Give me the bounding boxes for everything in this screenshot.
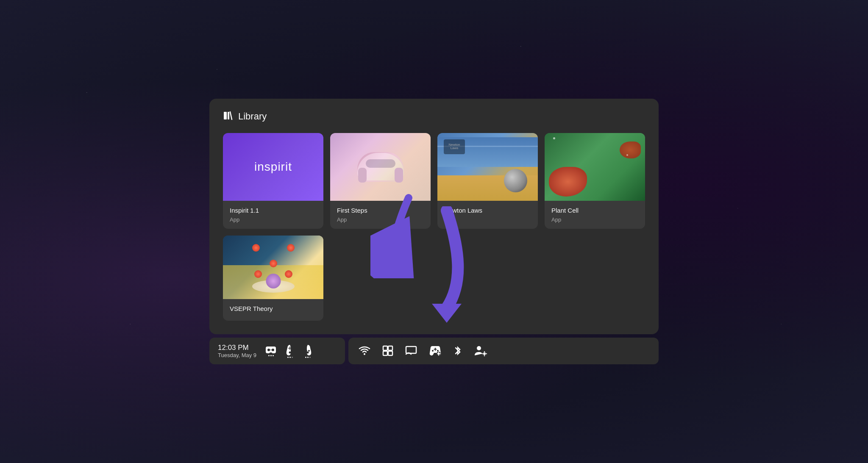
dot3	[273, 355, 274, 356]
app-card-plantcell[interactable]: Plant Cell App	[545, 133, 645, 229]
svg-point-12	[308, 350, 310, 352]
app-type-inspirit: App	[230, 216, 317, 223]
bottom-area: 12:03 PM Tuesday, May 9	[209, 338, 659, 364]
svg-rect-18	[388, 351, 392, 355]
app-thumbnail-plantcell	[545, 133, 645, 201]
time-section: 12:03 PM Tuesday, May 9	[218, 344, 256, 358]
dot2	[270, 355, 272, 356]
dot1	[287, 357, 289, 358]
app-info-newtonlaws: Newton Laws App	[437, 201, 538, 229]
app-name-firststeps: First Steps	[337, 207, 424, 214]
svg-rect-17	[383, 351, 387, 355]
wifi-icon[interactable]	[359, 346, 370, 355]
date-display: Tuesday, May 9	[218, 352, 256, 358]
svg-rect-29	[440, 353, 441, 354]
svg-point-22	[432, 350, 434, 352]
app-name-newtonlaws: Newton Laws	[444, 207, 531, 214]
app-card-inspirit[interactable]: inspirit Inspirit 1.1 App	[223, 133, 323, 229]
dot3	[292, 357, 293, 358]
svg-point-30	[477, 346, 481, 350]
app-thumbnail-newtonlaws: NewtonLaws	[437, 133, 538, 201]
inspirit-logo-text: inspirit	[254, 160, 292, 174]
app-thumbnail-firststeps	[330, 133, 431, 201]
svg-rect-1	[228, 112, 229, 119]
main-container: Library inspirit Inspirit 1.1 App	[209, 99, 659, 364]
bottom-area-wrapper: 12:03 PM Tuesday, May 9	[209, 338, 659, 364]
app-card-firststeps[interactable]: First Steps App	[330, 133, 431, 229]
app-name-plantcell: Plant Cell	[551, 207, 638, 214]
controller-left-dots	[287, 357, 293, 358]
app-thumbnail-inspirit: inspirit	[223, 133, 323, 201]
app-info-plantcell: Plant Cell App	[545, 201, 645, 229]
grid-icon[interactable]	[382, 345, 393, 356]
empty-cell-2	[437, 236, 538, 321]
svg-point-23	[437, 350, 439, 352]
empty-cell-3	[545, 236, 645, 321]
svg-rect-19	[406, 347, 416, 353]
dot2	[307, 357, 309, 358]
svg-rect-16	[388, 346, 392, 350]
empty-cell-1	[330, 236, 431, 321]
app-thumbnail-vsepr	[223, 236, 323, 299]
app-type-firststeps: App	[337, 216, 424, 223]
controller-right-icon	[303, 344, 312, 358]
app-type-newtonlaws: App	[444, 216, 531, 223]
svg-point-14	[364, 353, 365, 355]
svg-point-13	[307, 351, 309, 353]
library-icon	[223, 111, 233, 123]
svg-point-6	[272, 349, 274, 351]
svg-rect-26	[438, 352, 439, 353]
svg-rect-36	[486, 353, 487, 354]
app-info-inspirit: Inspirit 1.1 App	[223, 201, 323, 229]
svg-point-11	[306, 350, 307, 352]
app-info-firststeps: First Steps App	[330, 201, 431, 229]
svg-rect-34	[484, 355, 485, 357]
taskbar	[348, 338, 659, 364]
app-name-inspirit: Inspirit 1.1	[230, 207, 317, 214]
cast-icon[interactable]	[405, 346, 417, 356]
svg-rect-0	[224, 112, 227, 119]
time-display: 12:03 PM	[218, 344, 256, 352]
library-title: Library	[238, 111, 267, 122]
vr-headset-icon	[265, 346, 277, 356]
svg-rect-33	[484, 351, 485, 352]
controller-right-dots	[305, 357, 311, 358]
controller-settings-icon[interactable]	[429, 345, 442, 356]
svg-point-32	[483, 352, 486, 355]
bluetooth-icon[interactable]	[453, 345, 462, 357]
apps-grid-row2: VSEPR Theory	[223, 236, 645, 321]
dot1	[305, 357, 306, 358]
svg-rect-35	[482, 353, 483, 354]
svg-rect-28	[437, 353, 438, 354]
dot1	[268, 355, 270, 356]
dot2	[289, 357, 291, 358]
library-header: Library	[223, 111, 645, 123]
svg-point-5	[267, 349, 270, 351]
library-panel: Library inspirit Inspirit 1.1 App	[209, 99, 659, 334]
app-card-newtonlaws[interactable]: NewtonLaws Newton Laws App	[437, 133, 538, 229]
svg-point-10	[289, 351, 291, 353]
app-card-vsepr[interactable]: VSEPR Theory	[223, 236, 323, 321]
app-info-vsepr: VSEPR Theory	[223, 299, 323, 321]
controller-left-icon	[285, 344, 295, 358]
headset-battery-dots	[268, 355, 274, 356]
status-bar: 12:03 PM Tuesday, May 9	[209, 338, 345, 364]
apps-grid-row1: inspirit Inspirit 1.1 App	[223, 133, 645, 229]
svg-rect-15	[383, 346, 387, 350]
app-type-plantcell: App	[551, 216, 638, 223]
dot3	[309, 357, 311, 358]
svg-rect-27	[438, 355, 439, 356]
app-name-vsepr: VSEPR Theory	[230, 305, 317, 312]
user-settings-icon[interactable]	[474, 345, 487, 356]
